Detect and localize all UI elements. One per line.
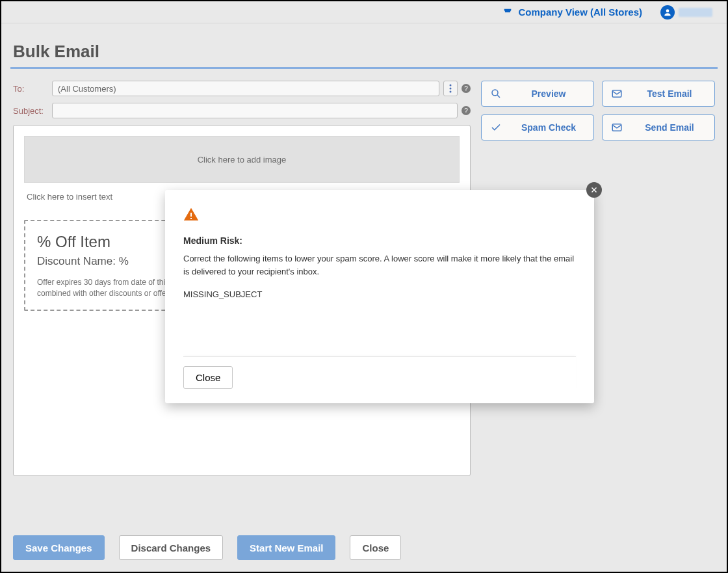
company-view-label: Company View (All Stores) xyxy=(518,7,642,18)
svg-line-5 xyxy=(497,95,500,98)
to-row: To: ? xyxy=(13,81,471,96)
preview-label: Preview xyxy=(512,88,586,99)
close-button[interactable]: Close xyxy=(350,535,401,560)
to-help-icon[interactable]: ? xyxy=(462,84,471,93)
user-name xyxy=(679,8,712,17)
check-icon xyxy=(489,122,502,133)
mail-icon xyxy=(610,88,623,100)
modal-close-icon[interactable] xyxy=(586,182,602,198)
company-view-selector[interactable]: Company View (All Stores) xyxy=(502,7,642,18)
warning-icon xyxy=(183,207,576,222)
discard-changes-button[interactable]: Discard Changes xyxy=(119,535,224,560)
user-menu[interactable] xyxy=(660,5,712,20)
send-email-button[interactable]: Send Email xyxy=(602,114,715,140)
top-bar: Company View (All Stores) xyxy=(1,1,727,23)
kebab-icon xyxy=(449,84,452,93)
svg-point-1 xyxy=(450,85,452,87)
subject-label: Subject: xyxy=(13,106,48,116)
bottom-bar: Save Changes Discard Changes Start New E… xyxy=(13,535,401,560)
spam-check-label: Spam Check xyxy=(512,122,586,133)
modal-footer: Close xyxy=(183,356,576,389)
modal-close-button[interactable]: Close xyxy=(183,366,233,389)
modal-title: Medium Risk: xyxy=(183,235,576,246)
preview-button[interactable]: Preview xyxy=(481,81,594,107)
modal-body: Correct the following items to lower you… xyxy=(183,252,576,356)
test-email-button[interactable]: Test Email xyxy=(602,81,715,107)
to-input[interactable] xyxy=(52,81,439,96)
svg-point-0 xyxy=(666,9,670,12)
page-title: Bulk Email xyxy=(1,23,727,64)
image-placeholder[interactable]: Click here to add image xyxy=(24,136,460,183)
spam-check-button[interactable]: Spam Check xyxy=(481,114,594,140)
svg-rect-11 xyxy=(190,218,192,219)
modal-code: MISSING_SUBJECT xyxy=(183,288,576,301)
test-email-label: Test Email xyxy=(632,88,707,99)
to-label: To: xyxy=(13,84,48,94)
svg-point-4 xyxy=(492,90,498,96)
subject-input[interactable] xyxy=(52,103,458,118)
send-email-label: Send Email xyxy=(632,122,707,133)
user-avatar-icon xyxy=(660,5,675,20)
spam-check-modal: Medium Risk: Correct the following items… xyxy=(165,190,594,403)
start-new-email-button[interactable]: Start New Email xyxy=(237,535,335,560)
modal-body-text: Correct the following items to lower you… xyxy=(183,252,576,278)
store-icon xyxy=(502,7,513,18)
search-icon xyxy=(489,88,502,100)
svg-point-3 xyxy=(450,91,452,93)
subject-help-icon[interactable]: ? xyxy=(462,106,471,115)
svg-rect-10 xyxy=(190,213,192,217)
right-column: Preview Test Email Spam Check Send Em xyxy=(481,81,715,140)
svg-point-2 xyxy=(450,88,452,90)
mail-icon xyxy=(610,122,623,133)
save-changes-button[interactable]: Save Changes xyxy=(13,535,105,560)
subject-row: Subject: ? xyxy=(13,103,471,118)
to-options-button[interactable] xyxy=(443,81,458,96)
